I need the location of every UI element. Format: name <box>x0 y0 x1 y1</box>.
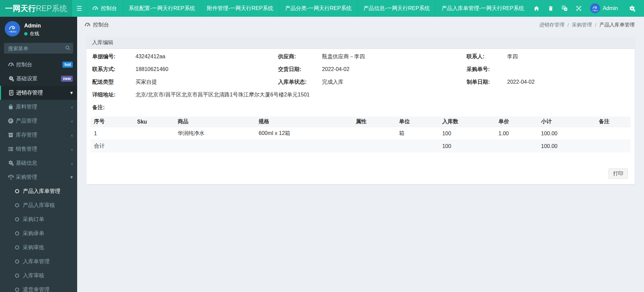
sidebar-item-label: 产品管理 <box>16 118 37 125</box>
new-badge: new <box>61 76 73 82</box>
column-header-备注: 备注 <box>595 117 631 127</box>
tab-label: 附件管理-一网天行REP系统 <box>207 5 273 12</box>
table-cell: 100 <box>439 140 495 153</box>
user-avatar[interactable]: 一网天行 <box>5 21 20 36</box>
sidebar-item-label: 销售管理 <box>16 146 37 153</box>
field-value: 完成入库 <box>322 76 465 88</box>
sidebar-item-label: 产品入库单管理 <box>23 188 60 195</box>
table-cell <box>255 140 353 153</box>
search-icon[interactable] <box>65 45 70 51</box>
content-header-label: 控制台 <box>93 21 109 28</box>
tab-6[interactable]: 产品入库单管理-一网天行REP系统 <box>436 0 529 17</box>
sidebar-item-label: 产品入库审核 <box>23 202 55 209</box>
app-logo[interactable]: 一网天行REP系统 <box>0 0 72 17</box>
breadcrumb-item-1[interactable]: 进销存管理 <box>539 22 565 28</box>
sidebar-item-销售管理[interactable]: 销售管理‹ <box>0 142 77 156</box>
settings-icon[interactable] <box>625 0 639 17</box>
sidebar-item-控制台[interactable]: 控制台hot <box>0 58 77 72</box>
items-table: 序号Sku商品规格属性单位入库数单价小计备注 1华润纯净水600ml x 12箱… <box>91 117 631 152</box>
sidebar-item-label: 入库单管理 <box>23 258 50 265</box>
sidebar-item-采购录单[interactable]: 采购录单 <box>0 226 77 240</box>
sidebar: 一网天行 Admin 在线 控制台hot基础设置new进销存管理▾原料管理‹P产… <box>0 17 77 292</box>
note-row: 备注: <box>91 101 631 114</box>
breadcrumb-item-2[interactable]: 采购管理 <box>572 22 592 28</box>
sidebar-item-采购订单[interactable]: 采购订单 <box>0 212 77 226</box>
column-header-单价: 单价 <box>495 117 538 127</box>
sidebar-item-进销存管理[interactable]: 进销存管理▾ <box>0 86 77 100</box>
sidebar-item-label: 控制台 <box>16 61 32 68</box>
sidebar-item-入库单管理[interactable]: 入库单管理 <box>0 254 77 269</box>
table-cell <box>134 140 174 153</box>
table-cell: 600ml x 12箱 <box>255 127 353 140</box>
sidebar-item-产品入库单管理[interactable]: 产品入库单管理 <box>0 184 77 198</box>
online-status-label: 在线 <box>30 31 39 37</box>
column-header-商品: 商品 <box>174 117 256 127</box>
submenu-进销存管理: 原料管理‹P产品管理‹库存管理‹销售管理‹基础信息‹采购管理▾产品入库单管理产品… <box>0 100 77 292</box>
topbar-tabs: 控制台系统配置-一网天行REP系统附件管理-一网天行REP系统产品分类-一网天行… <box>87 0 530 17</box>
dashboard-icon <box>92 5 98 11</box>
sidebar-item-基础信息[interactable]: 基础信息‹ <box>0 156 77 170</box>
sidebar-item-label: 采购订单 <box>23 216 44 223</box>
admin-menu[interactable]: Admin <box>603 5 618 11</box>
field-value: 李四 <box>507 50 631 63</box>
table-cell: 100 <box>439 127 495 140</box>
home-icon[interactable] <box>530 0 544 17</box>
sidebar-item-采购管理[interactable]: 采购管理▾ <box>0 170 77 184</box>
content-area: 控制台 进销存管理/采购管理/产品入库单管理 入库编辑 单据编号:4324241… <box>77 0 644 292</box>
user-avatar[interactable]: 一网天行 <box>590 3 600 13</box>
sidebar-item-label: 基础信息 <box>16 160 37 167</box>
card-footer: 打印 <box>91 168 631 180</box>
print-button[interactable]: 打印 <box>608 168 628 179</box>
circle-o-icon <box>15 231 19 235</box>
circle-o-icon <box>15 288 19 292</box>
table-cell: 1.00 <box>495 127 538 140</box>
document-icon <box>7 90 15 96</box>
sidebar-item-产品入库审核[interactable]: 产品入库审核 <box>0 198 77 212</box>
submenu-采购管理: 产品入库单管理产品入库审核采购订单采购录单采购审批入库单管理入库审核退货单管理 <box>0 184 77 292</box>
tab-4[interactable]: 产品分类-一网天行REP系统 <box>279 0 358 17</box>
note-label: 备注: <box>91 101 136 114</box>
fullscreen-icon[interactable] <box>572 0 586 17</box>
sidebar-item-原料管理[interactable]: 原料管理‹ <box>0 100 77 114</box>
sidebar-item-采购审批[interactable]: 采购审批 <box>0 240 77 254</box>
sidebar-item-退货单管理[interactable]: 退货单管理 <box>0 283 77 292</box>
translate-icon[interactable]: 文A <box>558 0 572 17</box>
sidebar-search <box>4 43 73 54</box>
table-row: 1华润纯净水600ml x 12箱箱1001.00100.00 <box>91 127 631 140</box>
tab-5[interactable]: 产品信息-一网天行REP系统 <box>358 0 436 17</box>
circle-o-icon <box>15 274 19 278</box>
card-title: 入库编辑 <box>87 37 635 49</box>
address-label: 详细地址: <box>91 88 136 101</box>
sidebar-item-库存管理[interactable]: 库存管理‹ <box>0 128 77 142</box>
product-icon: P <box>6 118 15 124</box>
sidebar-item-入库审核[interactable]: 入库审核 <box>0 269 77 283</box>
sidebar-item-label: 采购录单 <box>23 230 44 237</box>
table-cell: 100.00 <box>538 140 595 153</box>
breadcrumb-item-3: 产品入库单管理 <box>599 22 635 28</box>
sidebar-user-name: Admin <box>24 23 41 29</box>
brand-swirl-icon <box>592 6 598 10</box>
sidebar-item-label: 进销存管理 <box>16 89 43 96</box>
gears-icon <box>7 76 15 82</box>
detail-card: 入库编辑 单据编号:43242412aa供应商:瓶盖供应商－李四联系人:李四联系… <box>87 37 635 184</box>
field-value: 2022-04-02 <box>322 63 465 76</box>
field-label: 配送类型 <box>91 76 136 88</box>
tab-3[interactable]: 附件管理-一网天行REP系统 <box>201 0 279 17</box>
sidebar-item-基础设置[interactable]: 基础设置new <box>0 72 77 86</box>
tab-label: 产品分类-一网天行REP系统 <box>285 5 352 12</box>
dashboard-icon <box>7 62 15 68</box>
trash-icon[interactable] <box>544 0 558 17</box>
sidebar-item-产品管理[interactable]: P产品管理‹ <box>0 114 77 128</box>
breadcrumb: 进销存管理/采购管理/产品入库单管理 <box>539 22 635 28</box>
sidebar-toggle-button[interactable]: ☰ <box>72 0 86 17</box>
sidebar-item-label: 基础设置 <box>16 75 38 82</box>
table-cell <box>134 127 174 140</box>
tab-2[interactable]: 系统配置-一网天行REP系统 <box>123 0 201 17</box>
field-label: 供应商: <box>276 50 322 63</box>
note-value <box>136 101 631 114</box>
tab-1[interactable]: 控制台 <box>87 0 123 17</box>
sidebar-item-label: 采购审批 <box>23 244 44 251</box>
search-input[interactable] <box>4 43 73 54</box>
column-header-单位: 单位 <box>396 117 439 127</box>
items-table-body: 1华润纯净水600ml x 12箱箱1001.00100.00合计100100.… <box>91 127 631 153</box>
